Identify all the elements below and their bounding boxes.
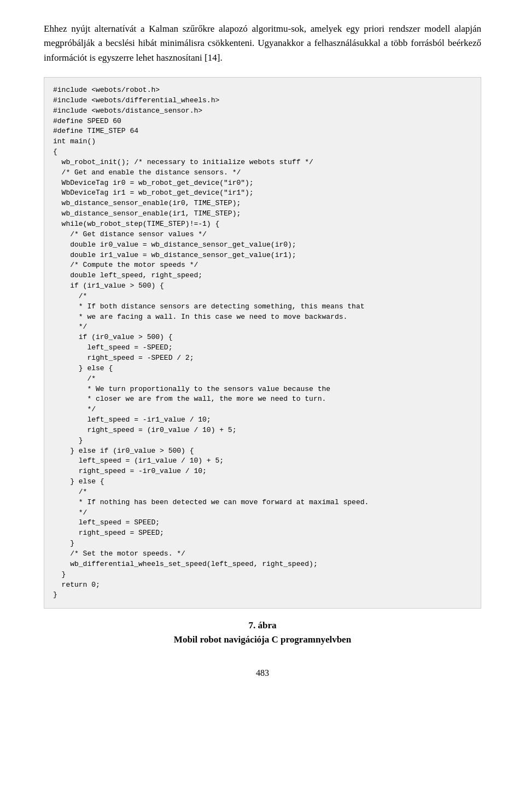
figure-number: 7. ábra (249, 620, 277, 630)
figure-caption: 7. ábra Mobil robot navigációja C progra… (44, 618, 481, 646)
page-number: 483 (44, 668, 481, 678)
code-block: #include <webots/robot.h> #include <webo… (44, 77, 481, 609)
figure-caption-text: Mobil robot navigációja C programnyelvbe… (174, 634, 351, 645)
intro-paragraph: Ehhez nyújt alternatívát a Kalman szűrők… (44, 22, 481, 65)
